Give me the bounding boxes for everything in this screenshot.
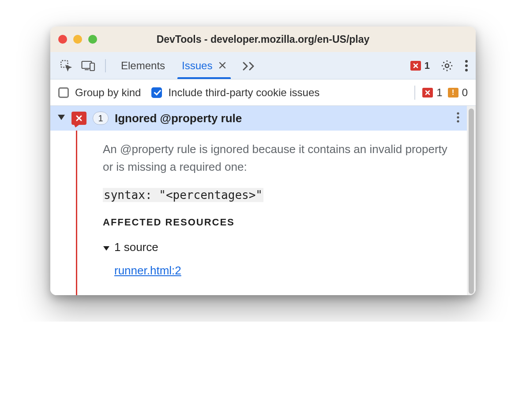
filterbar: Group by kind Include third-party cookie… bbox=[50, 79, 476, 106]
svg-point-4 bbox=[465, 60, 468, 63]
issue-body: An @property rule is ignored because it … bbox=[76, 131, 467, 295]
collapse-caret-icon[interactable] bbox=[57, 114, 65, 122]
warning-icon: ! bbox=[448, 88, 458, 98]
error-icon bbox=[422, 88, 433, 98]
tabstrip: Elements Issues bbox=[50, 52, 476, 79]
tab-issues-label: Issues bbox=[182, 60, 212, 72]
issue-title: Ignored @property rule bbox=[115, 112, 242, 125]
svg-point-7 bbox=[457, 112, 459, 114]
divider bbox=[414, 86, 415, 100]
issue-code-snippet: syntax: "<percentages>" bbox=[103, 188, 449, 202]
issue-description: An @property rule is ignored because it … bbox=[103, 140, 449, 176]
more-menu-button[interactable] bbox=[464, 60, 469, 72]
svg-point-9 bbox=[457, 120, 459, 122]
traffic-lights bbox=[58, 35, 97, 44]
group-by-kind-checkbox[interactable] bbox=[58, 87, 69, 98]
minimize-window-button[interactable] bbox=[73, 35, 82, 44]
zoom-window-button[interactable] bbox=[88, 35, 97, 44]
svg-rect-2 bbox=[90, 63, 94, 71]
toolbar-error-badge[interactable]: 1 bbox=[410, 60, 430, 71]
affected-resources-label: AFFECTED RESOURCES bbox=[103, 217, 449, 228]
group-by-kind-label: Group by kind bbox=[75, 86, 141, 99]
warning-count-badge[interactable]: ! 0 bbox=[448, 86, 468, 99]
close-tab-icon[interactable] bbox=[218, 60, 226, 72]
svg-point-6 bbox=[465, 69, 468, 71]
toolbar-error-count: 1 bbox=[425, 60, 430, 71]
content-area: 1 Ignored @property rule An @property ru… bbox=[50, 106, 476, 295]
more-tabs-button[interactable] bbox=[236, 52, 263, 79]
chevron-down-icon bbox=[103, 240, 110, 254]
window-title: DevTools - developer.mozilla.org/en-US/p… bbox=[50, 34, 476, 45]
inspect-element-icon[interactable] bbox=[60, 60, 72, 72]
sources-count-label: 1 source bbox=[114, 240, 158, 254]
close-window-button[interactable] bbox=[58, 35, 67, 44]
divider bbox=[105, 59, 106, 72]
issue-menu-button[interactable] bbox=[456, 112, 460, 125]
scrollbar-thumb[interactable] bbox=[469, 109, 474, 294]
issue-header[interactable]: 1 Ignored @property rule bbox=[50, 106, 467, 131]
settings-button[interactable] bbox=[440, 59, 454, 72]
source-link-row: runner.html:2 bbox=[114, 264, 449, 278]
tab-issues[interactable]: Issues bbox=[175, 52, 233, 79]
issue-count-pill: 1 bbox=[93, 112, 109, 125]
tab-elements-label: Elements bbox=[121, 60, 165, 72]
error-count-badge[interactable]: 1 bbox=[422, 86, 442, 99]
issue-count-value: 1 bbox=[98, 113, 103, 124]
sources-toggle[interactable]: 1 source bbox=[103, 240, 449, 254]
tab-elements[interactable]: Elements bbox=[114, 52, 172, 79]
source-link[interactable]: runner.html:2 bbox=[114, 264, 181, 277]
svg-point-8 bbox=[457, 116, 459, 118]
error-count: 1 bbox=[436, 86, 442, 99]
devtools-window: DevTools - developer.mozilla.org/en-US/p… bbox=[50, 26, 476, 295]
warning-count: 0 bbox=[462, 86, 468, 99]
svg-point-5 bbox=[465, 64, 468, 67]
error-icon bbox=[410, 61, 421, 71]
scrollbar[interactable] bbox=[467, 106, 476, 295]
issue-code-text: syntax: "<percentages>" bbox=[103, 188, 263, 202]
titlebar: DevTools - developer.mozilla.org/en-US/p… bbox=[50, 26, 476, 52]
issue-error-icon bbox=[71, 112, 86, 125]
include-third-party-label: Include third-party cookie issues bbox=[168, 86, 319, 99]
device-toolbar-icon[interactable] bbox=[81, 60, 95, 71]
include-third-party-checkbox[interactable] bbox=[151, 87, 162, 98]
svg-point-3 bbox=[445, 64, 449, 68]
